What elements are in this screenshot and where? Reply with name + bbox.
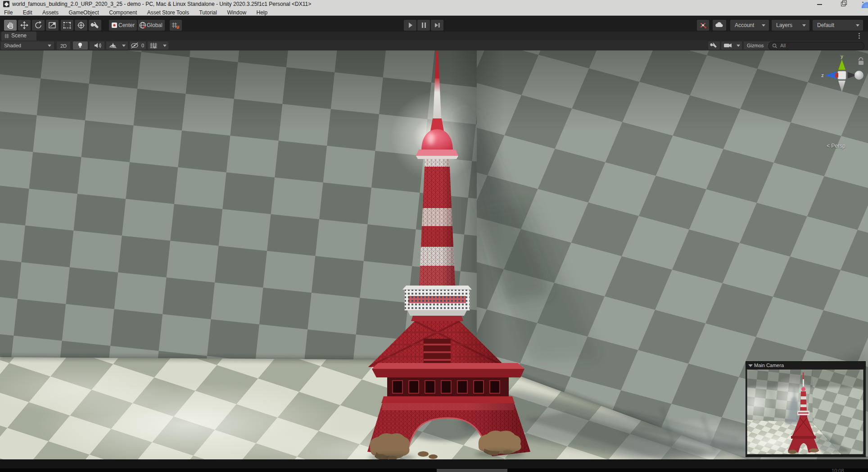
dome-highlight [427, 133, 434, 145]
menu-assets[interactable]: Assets [38, 9, 63, 16]
menu-gameobject[interactable]: GameObject [64, 9, 103, 16]
component-tools-button[interactable] [708, 41, 720, 50]
scene-audio-toggle[interactable] [90, 41, 104, 50]
layers-dropdown[interactable]: Layers [772, 20, 809, 31]
camera-preview-header[interactable]: Main Camera [746, 362, 865, 369]
move-tool-button[interactable] [18, 20, 31, 31]
pivot-label: Center [118, 20, 135, 31]
menu-help[interactable]: Help [253, 9, 272, 16]
axis-x-ball[interactable] [854, 71, 863, 80]
chevron-down-icon [48, 45, 51, 47]
pivot-icon [110, 20, 118, 31]
tab-scene[interactable]: Scene [1, 32, 36, 41]
draw-mode-dropdown[interactable]: Shaded [1, 41, 54, 50]
tab-scene-label: Scene [11, 32, 27, 39]
menu-asset-store-tools[interactable]: Asset Store Tools [143, 9, 193, 16]
hand-icon [4, 20, 17, 31]
antenna-collar [430, 118, 444, 131]
menu-edit[interactable]: Edit [19, 9, 36, 16]
account-dropdown[interactable]: Account [730, 20, 769, 31]
effects-dropdown-toggle[interactable] [106, 41, 128, 50]
axis-z-label[interactable]: z [821, 73, 824, 78]
restore-button[interactable] [833, 0, 853, 8]
window-title: world_famous_building_2.0_URP_2020_3_25 … [12, 1, 311, 7]
menu-window[interactable]: Window [223, 9, 250, 16]
gizmo-center-cube[interactable] [838, 71, 846, 79]
grid-visibility-dropdown[interactable]: Y [148, 41, 168, 50]
cloud-services-button[interactable] [713, 20, 726, 31]
hidden-objects-toggle[interactable]: 0 [130, 41, 146, 50]
move-icon [18, 20, 31, 31]
step-button[interactable] [431, 20, 443, 31]
draw-mode-label: Shaded [4, 41, 21, 50]
rotate-tool-button[interactable] [32, 20, 45, 31]
unity-editor-window: world_famous_building_2.0_URP_2020_3_25 … [0, 0, 868, 472]
window-titlebar: world_famous_building_2.0_URP_2020_3_25 … [0, 0, 868, 8]
cap-skirt-rim [416, 156, 458, 159]
scene-tab-bar: Scene [0, 32, 868, 41]
gizmo-lock-icon[interactable] [859, 57, 863, 65]
axis-x-nub [835, 73, 838, 77]
taskbar-strip [0, 468, 868, 472]
projection-mode-label[interactable]: < Persp [827, 143, 845, 149]
grid-axis-icon: Y [148, 41, 160, 50]
grid-snap-button[interactable] [170, 20, 182, 31]
scene-lighting-toggle[interactable] [73, 41, 88, 50]
collab-icon [697, 20, 709, 31]
scene-orientation-gizmo[interactable]: y z [816, 52, 868, 101]
scene-3d-render [0, 50, 868, 459]
camera-settings-dropdown[interactable] [721, 41, 742, 50]
effects-star-icon [106, 41, 120, 50]
scene-grid-icon [4, 33, 9, 39]
tab-menu-kebab-icon[interactable] [859, 33, 860, 34]
taskbar-fragment[interactable] [437, 469, 507, 472]
axis-z-cone[interactable] [825, 72, 836, 79]
menu-component[interactable]: Component [105, 9, 141, 16]
camera-preview-panel[interactable]: Main Camera [746, 361, 866, 457]
scale-tool-button[interactable] [46, 20, 59, 31]
layout-dropdown[interactable]: Default [813, 20, 863, 31]
play-button[interactable] [404, 20, 416, 31]
chevron-down-icon [163, 45, 167, 47]
2d-toggle-button[interactable]: 2D [57, 41, 70, 50]
upper-observation-deck [402, 286, 472, 321]
orientation-toggle-button[interactable]: Global [138, 20, 165, 31]
version-control-button[interactable] [697, 20, 709, 31]
step-icon [431, 20, 443, 31]
camera-preview-title: Main Camera [754, 363, 784, 368]
lightbulb-icon [73, 41, 88, 50]
chevron-down-icon [856, 24, 859, 27]
scene-view-toolbar: Shaded 2D 0 Y Gi [0, 41, 868, 51]
status-bar [0, 459, 868, 469]
pause-icon [417, 20, 430, 31]
transform-tool-button[interactable] [75, 20, 87, 31]
wrench-icon [89, 20, 101, 31]
minimize-button[interactable] [809, 0, 829, 8]
menu-tutorial[interactable]: Tutorial [195, 9, 221, 16]
orientation-label: Global [147, 20, 163, 31]
collapse-triangle-icon[interactable] [748, 364, 753, 367]
pivot-toggle-button[interactable]: Center [109, 20, 137, 31]
gizmos-label: Gizmos [747, 41, 764, 50]
scene-viewport[interactable]: y z < Persp [0, 50, 868, 459]
main-deck [372, 363, 524, 403]
rect-tool-button[interactable] [61, 20, 73, 31]
layout-label: Default [817, 20, 834, 31]
menu-file[interactable]: File [0, 9, 17, 16]
search-value: All [780, 43, 786, 48]
custom-tool-button[interactable] [89, 20, 101, 31]
axis-down-cone[interactable] [838, 81, 845, 92]
tools-wrench-icon [708, 41, 720, 50]
axis-y-cone[interactable] [838, 59, 845, 70]
chevron-down-icon [737, 45, 740, 47]
axis-y-label[interactable]: y [841, 54, 843, 59]
hand-tool-button[interactable] [4, 20, 17, 31]
camera-icon [721, 41, 734, 50]
pause-button[interactable] [417, 20, 430, 31]
globe-icon [139, 20, 147, 31]
2d-label: 2D [60, 43, 67, 49]
unity-logo-icon [3, 1, 9, 7]
chevron-down-icon [122, 45, 126, 47]
scene-search-input[interactable]: All [768, 42, 864, 50]
main-toolbar: Center Global Account Laye [0, 16, 868, 32]
